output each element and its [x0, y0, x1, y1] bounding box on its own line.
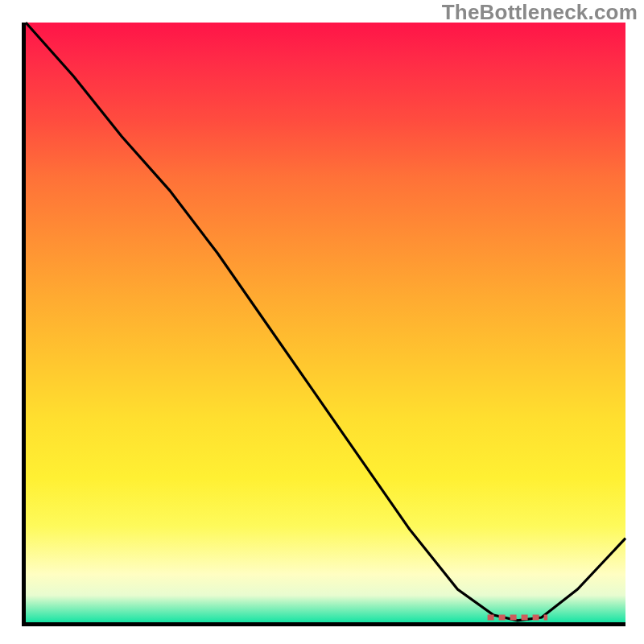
chart-container: TheBottleneck.com — [0, 0, 644, 644]
chart-svg — [26, 23, 625, 622]
watermark-text: TheBottleneck.com — [442, 0, 638, 25]
bottleneck-curve — [26, 23, 625, 621]
plot-area — [22, 23, 625, 626]
